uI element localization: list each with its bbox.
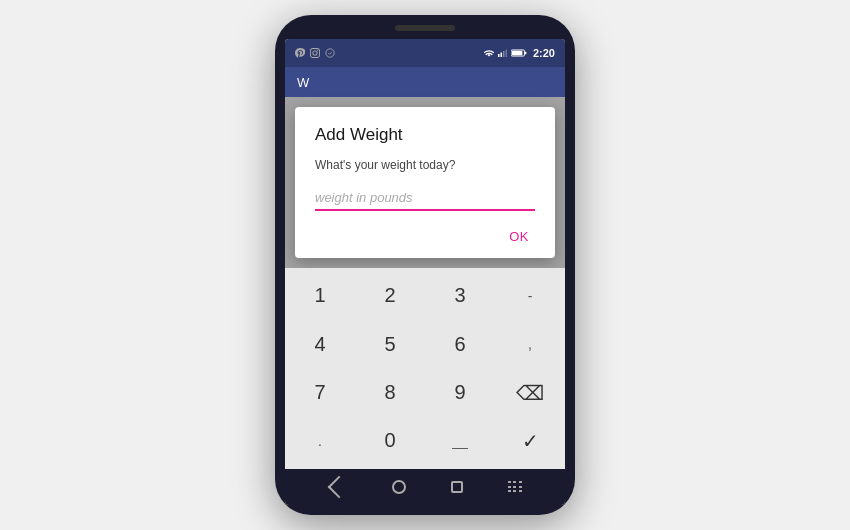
phone-device: 2:20 W Add Weight What's your weight tod… bbox=[275, 15, 575, 515]
nav-keyboard-button[interactable] bbox=[508, 481, 523, 493]
key-delete[interactable]: ⌫ bbox=[495, 368, 565, 416]
key-4[interactable]: 4 bbox=[285, 320, 355, 368]
svg-rect-4 bbox=[505, 50, 507, 58]
key-3[interactable]: 3 bbox=[425, 272, 495, 320]
status-bar: 2:20 bbox=[285, 39, 565, 67]
app-icon bbox=[325, 48, 335, 58]
phone-speaker bbox=[395, 25, 455, 31]
nav-home-button[interactable] bbox=[392, 480, 406, 494]
status-icons-left bbox=[295, 48, 335, 58]
svg-rect-1 bbox=[498, 54, 500, 57]
wifi-icon bbox=[483, 48, 495, 58]
keyboard-grid-icon bbox=[508, 481, 523, 493]
dialog-body: What's your weight today? bbox=[315, 157, 535, 174]
nav-recents-button[interactable] bbox=[451, 481, 463, 493]
back-arrow-icon bbox=[328, 476, 351, 499]
key-comma[interactable]: , bbox=[495, 320, 565, 368]
battery-icon bbox=[511, 48, 527, 58]
key-9[interactable]: 9 bbox=[425, 368, 495, 416]
weight-input[interactable] bbox=[315, 188, 535, 209]
ok-button[interactable]: OK bbox=[503, 225, 535, 248]
numeric-keyboard: 1 2 3 - 4 5 6 , 7 8 9 ⌫ . 0 __ ✓ bbox=[285, 268, 565, 469]
key-5[interactable]: 5 bbox=[355, 320, 425, 368]
dialog-overlay: Add Weight What's your weight today? OK bbox=[285, 97, 565, 268]
app-background: W bbox=[285, 67, 565, 97]
nav-bar bbox=[285, 469, 565, 505]
pinterest-icon bbox=[295, 48, 305, 58]
key-2[interactable]: 2 bbox=[355, 272, 425, 320]
svg-rect-6 bbox=[525, 52, 527, 54]
svg-rect-7 bbox=[512, 51, 522, 55]
svg-point-0 bbox=[326, 49, 334, 57]
home-circle-icon bbox=[392, 480, 406, 494]
dialog-input-wrapper bbox=[315, 188, 535, 211]
key-dot[interactable]: . bbox=[285, 417, 355, 465]
signal-icon bbox=[498, 48, 508, 58]
svg-rect-2 bbox=[500, 53, 502, 58]
recents-square-icon bbox=[451, 481, 463, 493]
nav-back-button[interactable] bbox=[327, 479, 347, 495]
app-bg-title: W bbox=[297, 75, 309, 90]
dialog-title: Add Weight bbox=[315, 125, 535, 145]
delete-icon: ⌫ bbox=[516, 381, 544, 405]
key-6[interactable]: 6 bbox=[425, 320, 495, 368]
done-icon: ✓ bbox=[522, 429, 539, 453]
key-0[interactable]: 0 bbox=[355, 417, 425, 465]
instagram-icon bbox=[310, 48, 320, 58]
status-icons-right: 2:20 bbox=[483, 47, 555, 59]
phone-screen: 2:20 W Add Weight What's your weight tod… bbox=[285, 39, 565, 505]
key-7[interactable]: 7 bbox=[285, 368, 355, 416]
key-underscore[interactable]: __ bbox=[425, 417, 495, 465]
key-done[interactable]: ✓ bbox=[495, 417, 565, 465]
dialog-actions: OK bbox=[315, 225, 535, 248]
key-8[interactable]: 8 bbox=[355, 368, 425, 416]
svg-rect-3 bbox=[503, 51, 505, 57]
key-1[interactable]: 1 bbox=[285, 272, 355, 320]
key-dash[interactable]: - bbox=[495, 272, 565, 320]
add-weight-dialog: Add Weight What's your weight today? OK bbox=[295, 107, 555, 258]
status-time: 2:20 bbox=[533, 47, 555, 59]
